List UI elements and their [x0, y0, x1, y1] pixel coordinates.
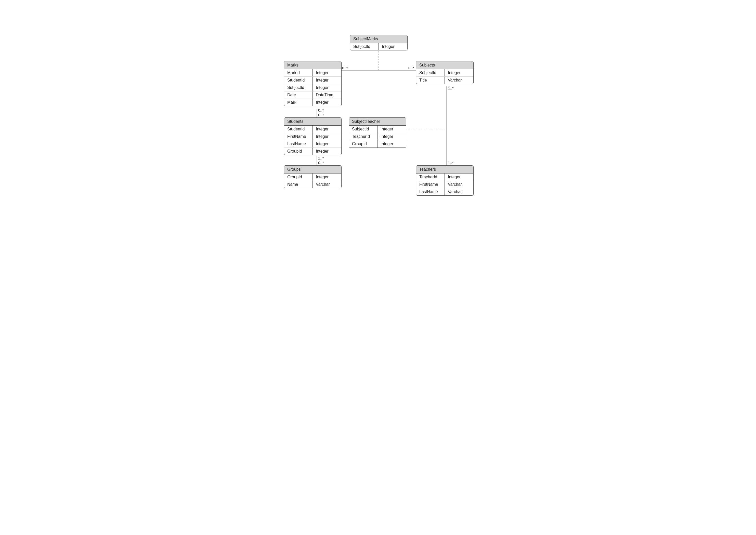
- col-name: StudentId: [284, 126, 312, 133]
- multiplicity-label: 0..*: [318, 113, 324, 117]
- entity-groups: Groups GroupId Integer Name Varchar: [284, 165, 341, 188]
- col-name: LastName: [416, 188, 445, 195]
- col-name: StudentId: [284, 77, 312, 84]
- col-name: GroupId: [284, 148, 312, 155]
- entity-title: Teachers: [416, 166, 473, 174]
- table-row: GroupId Integer: [349, 140, 406, 148]
- multiplicity-label: 0..*: [342, 66, 348, 70]
- col-type: Integer: [312, 99, 341, 106]
- entity-subject-teacher: SubjectTeacher SubjectId Integer Teacher…: [349, 118, 406, 148]
- col-type: Varchar: [445, 188, 473, 195]
- col-name: Title: [416, 77, 445, 84]
- table-row: Mark Integer: [284, 99, 341, 106]
- col-name: GroupId: [284, 174, 312, 181]
- col-type: Integer: [312, 148, 341, 155]
- col-type: Integer: [312, 174, 341, 181]
- table-row: FirstName Integer: [284, 133, 341, 140]
- col-type: Integer: [377, 126, 406, 133]
- col-type: Integer: [312, 77, 341, 84]
- table-row: StudentId Integer: [284, 76, 341, 84]
- col-name: Name: [284, 181, 312, 188]
- col-name: TeacherId: [416, 174, 445, 181]
- col-name: LastName: [284, 140, 312, 148]
- entity-title: SubjectTeacher: [349, 118, 406, 126]
- multiplicity-label: 1..*: [318, 156, 324, 160]
- col-name: GroupId: [349, 140, 377, 148]
- entity-title: Students: [284, 118, 341, 126]
- col-name: TeacherId: [349, 133, 377, 140]
- table-row: StudentId Integer: [284, 126, 341, 133]
- col-type: DateTime: [312, 92, 341, 99]
- col-name: Date: [284, 92, 312, 99]
- table-row: Date DateTime: [284, 91, 341, 99]
- entity-title: Marks: [284, 61, 341, 69]
- table-row: SubjectId Integer: [284, 84, 341, 91]
- col-type: Integer: [377, 133, 406, 140]
- col-type: Integer: [445, 174, 473, 181]
- col-type: Integer: [312, 84, 341, 91]
- table-row: GroupId Integer: [284, 174, 341, 181]
- col-type: Integer: [445, 69, 473, 76]
- entity-students: Students StudentId Integer FirstName Int…: [284, 118, 341, 155]
- entity-title: Groups: [284, 166, 341, 174]
- table-row: GroupId Integer: [284, 148, 341, 155]
- multiplicity-label: 0..*: [408, 66, 414, 70]
- entity-title: SubjectMarks: [350, 35, 407, 43]
- col-type: Varchar: [312, 181, 341, 188]
- col-type: Integer: [312, 126, 341, 133]
- col-name: SubjectId: [416, 69, 445, 76]
- col-name: SubjectId: [284, 84, 312, 91]
- table-row: SubjectId Integer: [349, 126, 406, 133]
- col-name: MarkId: [284, 69, 312, 76]
- entity-title: Subjects: [416, 61, 473, 69]
- col-name: Mark: [284, 99, 312, 106]
- col-name: SubjectId: [349, 126, 377, 133]
- er-diagram: SubjectMarks SubjectId Integer Marks Mar…: [215, 0, 541, 231]
- col-type: Integer: [312, 133, 341, 140]
- col-type: Integer: [377, 140, 406, 148]
- col-type: Integer: [379, 43, 407, 50]
- table-row: SubjectId Integer: [350, 43, 407, 50]
- col-type: Varchar: [445, 77, 473, 84]
- col-name: FirstName: [416, 181, 445, 188]
- col-name: FirstName: [284, 133, 312, 140]
- multiplicity-label: 0..*: [318, 108, 324, 112]
- multiplicity-label: 0..*: [318, 160, 324, 165]
- multiplicity-label: 1..*: [448, 86, 454, 90]
- entity-subjects: Subjects SubjectId Integer Title Varchar: [416, 61, 474, 84]
- table-row: Name Varchar: [284, 181, 341, 188]
- table-row: LastName Integer: [284, 140, 341, 148]
- table-row: SubjectId Integer: [416, 69, 473, 76]
- table-row: LastName Varchar: [416, 188, 473, 195]
- table-row: TeacherId Integer: [349, 133, 406, 140]
- col-type: Integer: [312, 140, 341, 148]
- col-type: Integer: [312, 69, 341, 76]
- table-row: TeacherId Integer: [416, 174, 473, 181]
- entity-subject-marks: SubjectMarks SubjectId Integer: [350, 35, 408, 50]
- entity-teachers: Teachers TeacherId Integer FirstName Var…: [416, 165, 474, 196]
- col-name: SubjectId: [350, 43, 379, 50]
- connectors-layer: [215, 0, 541, 231]
- multiplicity-label: 1..*: [448, 160, 454, 165]
- col-type: Varchar: [445, 181, 473, 188]
- entity-marks: Marks MarkId Integer StudentId Integer S…: [284, 61, 341, 106]
- table-row: FirstName Varchar: [416, 181, 473, 188]
- table-row: Title Varchar: [416, 76, 473, 84]
- table-row: MarkId Integer: [284, 69, 341, 76]
